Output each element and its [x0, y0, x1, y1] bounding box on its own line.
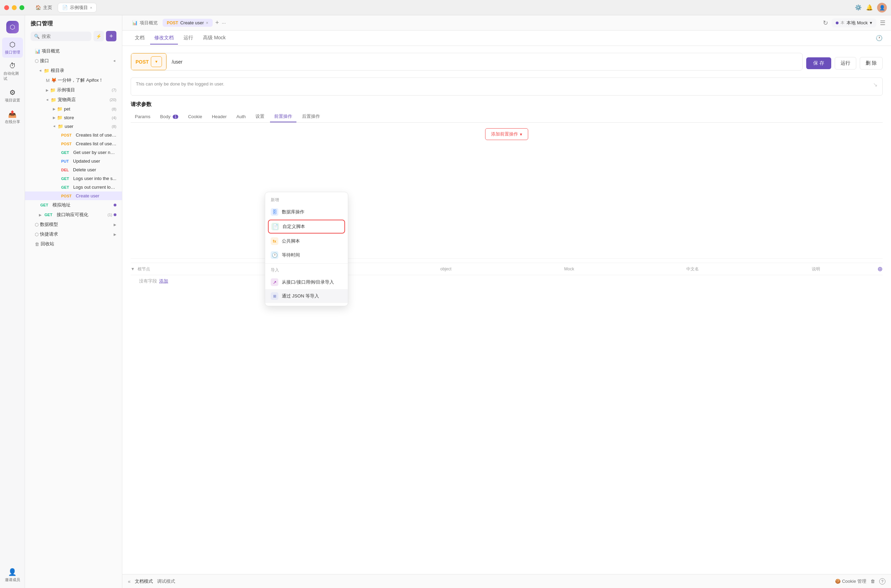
- search-input[interactable]: [42, 34, 88, 39]
- sidebar-item-root-folder[interactable]: ▼ 📁 根目录: [25, 66, 122, 75]
- sidebar-item-recycle[interactable]: 🗑 回收站: [25, 239, 122, 249]
- params-tab-header[interactable]: Header: [208, 112, 231, 122]
- body-badge: 1: [173, 115, 178, 119]
- sidebar-item-online-share[interactable]: 📤 在线分享: [2, 107, 23, 127]
- cookie-manager-button[interactable]: 🍪 Cookie 管理: [835, 578, 866, 585]
- home-tab[interactable]: 🏠 主页: [31, 3, 56, 12]
- sidebar-item-project-settings[interactable]: ⚙ 项目设置: [2, 86, 23, 106]
- subtab-run[interactable]: 运行: [179, 32, 197, 45]
- creates-list-2-method: POST: [60, 141, 73, 146]
- project-tab[interactable]: 📄 示例项目 ×: [58, 3, 97, 12]
- params-tab-cookie[interactable]: Cookie: [184, 112, 206, 122]
- project-settings-icon: ⚙: [9, 88, 16, 97]
- params-tab-params[interactable]: Params: [130, 112, 154, 122]
- url-input[interactable]: [166, 56, 802, 68]
- bell-icon[interactable]: 🔔: [866, 4, 873, 11]
- sidebar-item-example-project[interactable]: ▶ 📁 示例项目 (7): [25, 85, 122, 95]
- add-op-chevron-icon: ▾: [520, 132, 522, 137]
- custom-script-label: 自定义脚本: [282, 224, 305, 230]
- sidebar-item-creates-list-1[interactable]: POST Creates list of users ...: [25, 130, 122, 140]
- filter-button[interactable]: ⚡: [93, 31, 104, 41]
- save-button[interactable]: 保 存: [806, 57, 831, 69]
- sidebar-item-update-user[interactable]: PUT Updated user: [25, 157, 122, 165]
- close-button[interactable]: [4, 5, 9, 10]
- dropdown-item-custom-script[interactable]: 📄 自定义脚本: [268, 220, 345, 234]
- icon-sidebar: ⬡ ⬡ 接口管理 ⏱ 自动化测试 ⚙ 项目设置 📤 在线分享 👤 邀请成员: [0, 15, 25, 588]
- search-box[interactable]: 🔍: [31, 32, 92, 41]
- add-tab-button[interactable]: +: [213, 19, 221, 26]
- automation-icon: ⏱: [9, 62, 16, 70]
- subtab-edit-doc[interactable]: 修改文档: [150, 32, 178, 45]
- sidebar-item-apifox-intro[interactable]: M 🦊 一分钟，了解 Apifox！: [25, 75, 122, 85]
- body-columns-header: ▼ 根节点 object Mock 中文名 说明 ⊕: [130, 263, 883, 275]
- method-select[interactable]: POST ▾: [131, 53, 166, 70]
- url-row: POST ▾ 保 存 运行 删 除: [130, 53, 883, 74]
- dropdown-item-import-json[interactable]: ⊞ 通过 JSON 等导入: [265, 289, 348, 303]
- sidebar-item-interface-section[interactable]: ⬡ 接口 ▼: [25, 56, 122, 66]
- sidebar-item-create-user[interactable]: POST Create user: [25, 192, 122, 200]
- collapse-sidebar-icon[interactable]: «: [128, 579, 130, 584]
- sidebar-item-logs-out[interactable]: GET Logs out current log...: [25, 183, 122, 192]
- trash-icon-button[interactable]: 🗑: [870, 579, 875, 584]
- mock-selector[interactable]: 本 本地 Mock ▾: [832, 18, 876, 27]
- sidebar-item-delete-user[interactable]: DEL Delete user: [25, 165, 122, 174]
- dropdown-item-public-script[interactable]: fx 公共脚本: [265, 234, 348, 248]
- tab-project-overview[interactable]: 📊 项目概览: [128, 18, 162, 27]
- history-icon[interactable]: 🕐: [876, 35, 883, 41]
- sidebar-item-mock-addr[interactable]: GET 模拟地址: [25, 200, 122, 210]
- sidebar-item-store[interactable]: ▶ 📁 store (4): [25, 113, 122, 122]
- params-tab-settings[interactable]: 设置: [251, 111, 268, 122]
- sidebar-item-invite[interactable]: 👤 邀请成员: [2, 565, 23, 585]
- tab-create-user[interactable]: POST Create user ×: [163, 19, 213, 27]
- mock-addr-label: 模拟地址: [52, 202, 112, 208]
- sidebar-item-data-model[interactable]: ⬡ 数据模型 ▶: [25, 220, 122, 230]
- bottom-right: 🍪 Cookie 管理 🗑 ?: [835, 578, 885, 585]
- dropdown-item-import-api[interactable]: ↗ 从接口/接口用例/目录导入: [265, 275, 348, 289]
- dropdown-item-db-op[interactable]: 🗄 数据库操作: [265, 205, 348, 219]
- run-button[interactable]: 运行: [835, 57, 856, 69]
- sidebar-item-quick-request[interactable]: ⬡ 快捷请求 ▶: [25, 230, 122, 239]
- hamburger-menu-icon[interactable]: ☰: [880, 19, 885, 27]
- add-op-button[interactable]: 添加前置操作 ▾: [485, 128, 528, 140]
- tab-api-close[interactable]: ×: [206, 21, 208, 26]
- doc-mode-button[interactable]: 文档模式: [135, 578, 153, 585]
- subtab-advanced-mock[interactable]: 高级 Mock: [199, 32, 230, 45]
- add-button[interactable]: +: [106, 31, 116, 41]
- description-area[interactable]: This can only be done by the logged in u…: [130, 78, 883, 96]
- maximize-button[interactable]: [20, 5, 24, 10]
- tree-title: 接口管理: [31, 20, 116, 27]
- dropdown-item-wait-time[interactable]: 🕐 等待时间: [265, 248, 348, 262]
- sidebar-item-user[interactable]: ▼ 📁 user (8): [25, 122, 122, 130]
- sidebar-item-automation[interactable]: ⏱ 自动化测试: [2, 59, 23, 84]
- params-tab-auth[interactable]: Auth: [232, 112, 250, 122]
- tab-close-button[interactable]: ×: [90, 6, 92, 10]
- params-tab-body[interactable]: Body 1: [156, 112, 183, 122]
- delete-button[interactable]: 删 除: [860, 57, 883, 69]
- add-field-link[interactable]: 添加: [159, 278, 168, 284]
- sidebar-item-api-response-viz[interactable]: ▶ GET 接口响应可视化 (1): [25, 210, 122, 220]
- subtab-doc[interactable]: 文档: [130, 32, 149, 45]
- sidebar-item-pet[interactable]: ▶ 📁 pet (8): [25, 105, 122, 113]
- content-tabs-bar: 📊 项目概览 POST Create user × + ··· ↻ 本 本地 M…: [122, 15, 891, 31]
- sidebar-item-api-management[interactable]: ⬡ 接口管理: [2, 38, 23, 58]
- sidebar-item-get-user[interactable]: GET Get user by user na...: [25, 148, 122, 157]
- settings-icon[interactable]: ⚙️: [855, 4, 862, 11]
- sidebar-item-project-overview[interactable]: 📊 项目概览: [25, 46, 122, 56]
- more-tabs-button[interactable]: ···: [222, 20, 226, 26]
- sidebar-item-logs-into[interactable]: GET Logs user into the s...: [25, 174, 122, 183]
- user-folder-icon: 📁: [58, 124, 63, 129]
- help-button[interactable]: ?: [879, 578, 885, 585]
- avatar[interactable]: 👤: [877, 3, 887, 12]
- minimize-button[interactable]: [12, 5, 16, 10]
- apifox-logo: ⬡: [6, 21, 19, 33]
- params-tab-post-op[interactable]: 后置操作: [298, 111, 324, 122]
- sidebar-item-pet-store[interactable]: ▼ 📁 宠物商店 (20): [25, 95, 122, 105]
- sidebar-item-creates-list-2[interactable]: POST Creates list of users ...: [25, 140, 122, 148]
- mock-addr-method: GET: [39, 202, 50, 207]
- collapse-icon[interactable]: ▼: [130, 267, 135, 272]
- titlebar-right: ⚙️ 🔔 👤: [855, 3, 887, 12]
- debug-mode-button[interactable]: 调试模式: [157, 578, 175, 585]
- refresh-icon[interactable]: ↻: [823, 19, 828, 27]
- add-field-button[interactable]: ⊕: [878, 265, 883, 273]
- params-tab-pre-op[interactable]: 前置操作: [270, 111, 296, 122]
